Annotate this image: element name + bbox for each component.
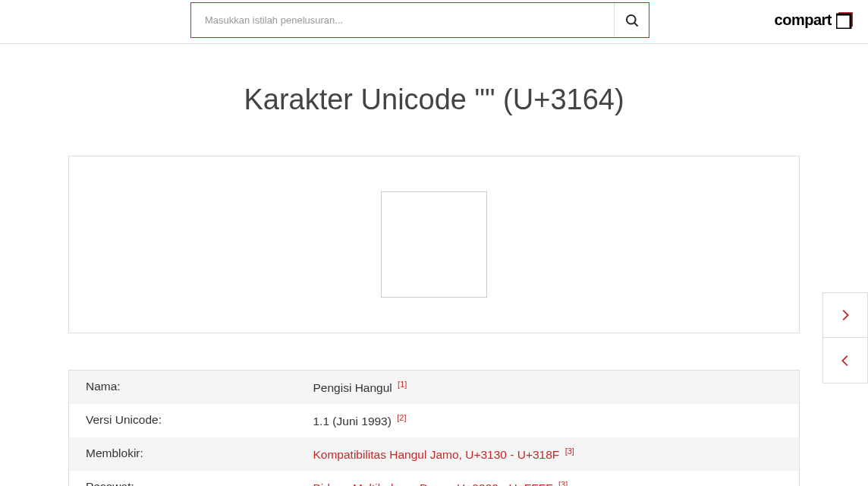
svg-point-0 (626, 14, 635, 24)
value-version: 1.1 (Juni 1993) (313, 415, 392, 428)
search-input[interactable] (191, 3, 614, 37)
svg-line-1 (634, 22, 637, 26)
footnote-link[interactable]: [2] (397, 413, 406, 422)
footnote-link[interactable]: [3] (558, 480, 568, 486)
character-display-panel: ㅤ (68, 156, 800, 333)
label-version: Versi Unicode: (69, 404, 297, 437)
search-button[interactable] (614, 3, 649, 37)
value-block-link[interactable]: Kompatibilitas Hangul Jamo, U+3130 - U+3… (313, 448, 560, 461)
side-navigation (822, 292, 868, 383)
brand-icon (836, 12, 853, 29)
character-info-table: Nama: Pengisi Hangul [1] Versi Unicode: … (68, 370, 800, 486)
chevron-left-icon (837, 352, 854, 369)
label-name: Nama: (69, 371, 297, 405)
table-row: Nama: Pengisi Hangul [1] (69, 371, 800, 405)
brand-logo[interactable]: compart (775, 11, 853, 29)
search-bar (190, 2, 649, 38)
svg-rect-3 (836, 14, 851, 29)
table-row: Versi Unicode: 1.1 (Juni 1993) [2] (69, 404, 800, 437)
next-character-button[interactable] (822, 292, 868, 338)
table-row: Pesawat: Bidang Multibahasa Dasar, U+000… (69, 471, 800, 486)
value-name: Pengisi Hangul (313, 381, 392, 394)
footnote-link[interactable]: [1] (398, 380, 407, 389)
table-row: Memblokir: Kompatibilitas Hangul Jamo, U… (69, 437, 800, 471)
label-plane: Pesawat: (69, 471, 297, 486)
prev-character-button[interactable] (822, 338, 868, 383)
brand-text: compart (775, 11, 832, 29)
value-plane-link[interactable]: Bidang Multibahasa Dasar, U+0000 - U+FFF… (313, 482, 553, 486)
search-icon (624, 13, 640, 28)
chevron-right-icon (837, 307, 854, 323)
footnote-link[interactable]: [3] (565, 447, 574, 456)
character-glyph-box: ㅤ (381, 191, 487, 298)
label-block: Memblokir: (69, 437, 297, 471)
page-title: Karakter Unicode "ㅤ" (U+3164) (0, 80, 868, 119)
